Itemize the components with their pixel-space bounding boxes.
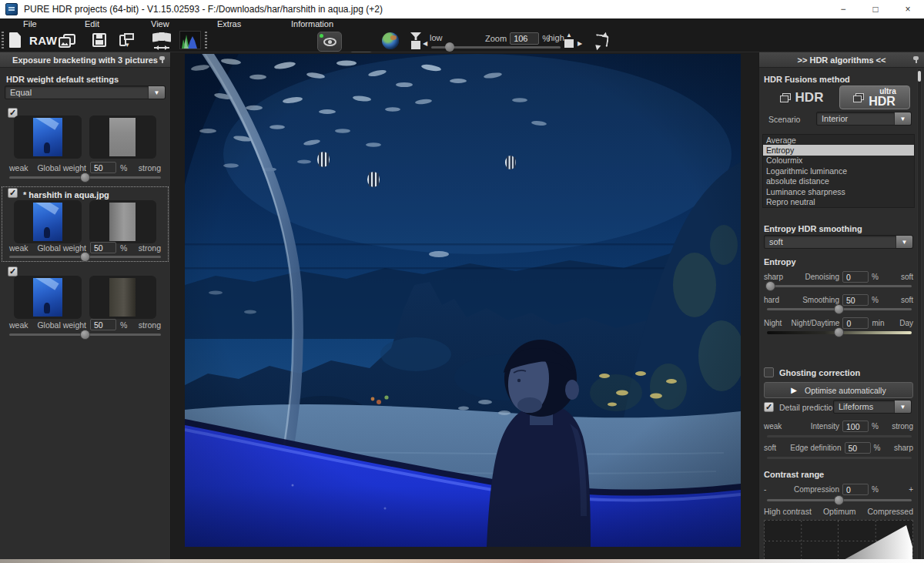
smoothing-slider[interactable] [767,308,912,310]
exposure-item-1[interactable]: ✓ weak Global weight % strong [3,108,167,182]
pin-icon[interactable] [912,56,919,63]
edge-unit: % [871,444,886,452]
main-image-preview[interactable] [185,54,741,547]
exposure-item-3[interactable]: ✓ weak Global weight % strong [3,266,167,340]
exposure-2-checkbox[interactable]: ✓ [8,188,18,198]
weight-preset-dropdown[interactable]: Equal ▼ [5,85,166,99]
ultra-hdr-mode-button[interactable]: ultra HDR [839,85,910,109]
compression-slider[interactable] [767,499,912,501]
intensity-slider[interactable] [767,435,912,437]
weight-slider-3[interactable] [9,333,161,336]
chevron-down-icon[interactable]: ▼ [148,86,165,99]
slider-thumb[interactable] [80,330,90,340]
smoothing-dropdown[interactable]: soft ▼ [764,235,913,249]
filter-strength-button[interactable] [410,32,421,49]
pin-icon[interactable] [159,56,166,63]
ghosting-checkbox[interactable] [764,367,774,377]
menu-edit[interactable]: Edit [85,19,99,28]
increase-arrow-icon[interactable]: ▶ [578,40,582,47]
algorithm-colourmix[interactable]: Colourmix [763,156,914,166]
decrease-arrow-icon[interactable]: ◀ [423,40,427,47]
chevron-down-icon[interactable]: ▼ [896,236,912,248]
percent-label: % [116,243,130,253]
exposure-2-filename: * harshith in aqua.jpg [23,190,109,199]
slider-thumb[interactable] [834,304,844,314]
scenario-dropdown[interactable]: Interior ▼ [816,112,912,126]
exposure-panel-header[interactable]: Exposure bracketing with 3 pictures [0,52,170,68]
night-daytime-slider[interactable] [767,331,912,334]
scrollbar-thumb[interactable] [918,71,921,82]
optimise-automatically-button[interactable]: ▶ Optimise automatically [764,382,913,398]
percent-label: % [116,320,130,330]
denoising-slider[interactable] [767,285,912,287]
slider-thumb[interactable] [834,495,844,505]
hdr-mode-button[interactable]: HDR [768,86,835,109]
toolbar-grip[interactable] [2,32,4,50]
maximize-button[interactable]: □ [859,0,892,18]
edge-definition-input[interactable] [845,442,871,454]
open-images-button[interactable] [59,34,75,48]
raw-import-button[interactable]: RAW [29,34,58,47]
algorithm-average[interactable]: Average [763,135,914,145]
panel-scrollbar[interactable] [917,69,922,563]
slider-thumb[interactable] [834,327,844,337]
contrast-curve-widget[interactable] [764,520,913,563]
menu-information[interactable]: Information [291,19,333,28]
rotate-button[interactable] [593,33,610,49]
algorithm-luminance-sharpness[interactable]: Luminance sharpness [763,186,914,196]
detail-prediction-dropdown[interactable]: Lifeforms ▼ [833,400,912,414]
algorithm-logarithmic-luminance[interactable]: Logarithmic luminance [763,166,914,176]
intensity-input[interactable] [842,421,869,432]
global-weight-label: Global weight [35,243,90,253]
optimise-label: Optimise automatically [805,386,886,395]
weight-map-thumbnail[interactable] [89,116,157,159]
menu-extras[interactable]: Extras [217,19,241,28]
slider-thumb[interactable] [445,42,454,52]
night-daytime-input[interactable] [842,317,869,329]
weight-map-thumbnail[interactable] [89,276,157,319]
source-thumbnail[interactable] [14,116,82,159]
new-project-button[interactable] [9,32,21,48]
compression-input[interactable] [842,484,869,495]
algorithm-repro-neutral[interactable]: Repro neutral [763,196,914,206]
weight-input-2[interactable] [90,242,116,253]
menu-view[interactable]: View [151,19,169,28]
smoothing-input[interactable] [842,294,869,306]
edge-definition-slider[interactable] [767,457,912,459]
exposure-item-2[interactable]: ✓ * harshith in aqua.jpg weak Global wei… [3,188,167,260]
chevron-down-icon[interactable]: ▼ [894,112,911,125]
weight-slider-1[interactable] [9,176,161,179]
intensity-row: weak Intensity % strong [764,421,913,432]
chevron-down-icon[interactable]: ▼ [894,400,911,413]
algorithm-entropy[interactable]: Entropy [763,145,914,155]
slider-thumb[interactable] [765,281,775,291]
preview-quality-slider[interactable] [431,46,561,49]
smoothing-left-label: hard [764,296,792,304]
menu-file[interactable]: File [23,19,37,28]
minimize-button[interactable]: − [827,0,859,18]
hdr-panel-header[interactable]: >> HDR algorithms << [759,52,924,68]
zoom-input[interactable] [510,32,539,45]
slider-thumb[interactable] [80,173,90,183]
zoom-step-button[interactable]: ▲ [564,32,574,48]
weight-slider-2[interactable] [9,256,161,258]
source-thumbnail[interactable] [14,276,82,319]
histogram-icon [179,31,201,49]
save-button[interactable] [92,33,106,47]
color-space-button[interactable] [382,32,399,49]
denoising-input[interactable] [842,271,869,283]
denoising-right-label: soft [884,273,913,281]
weight-map-thumbnail[interactable] [89,200,157,243]
weak-label: weak [9,320,35,330]
histogram-button[interactable] [179,31,201,49]
slider-thumb[interactable] [80,252,90,262]
weight-input-3[interactable] [90,319,116,330]
preview-toggle-button[interactable] [317,32,342,52]
close-button[interactable]: × [892,0,924,18]
weight-input-1[interactable] [90,162,116,173]
detail-prediction-checkbox[interactable]: ✓ [764,402,774,412]
export-button[interactable]: ▾ [119,33,136,49]
panorama-view-button[interactable] [152,33,171,49]
source-thumbnail[interactable] [14,200,82,243]
algorithm-absolute-distance[interactable]: absolute distance [763,176,914,186]
